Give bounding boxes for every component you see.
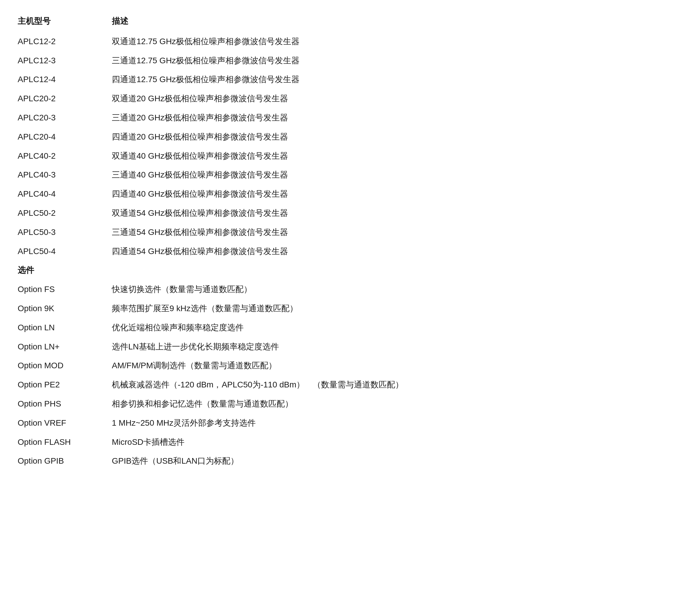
model-rows: APLC12-2双通道12.75 GHz极低相位噪声相参微波信号发生器APLC1…: [18, 32, 682, 261]
option-row: Option LN+选件LN基础上进一步优化长期频率稳定度选件: [18, 337, 682, 357]
option-desc-cell: 频率范围扩展至9 kHz选件（数量需与通道数匹配）: [112, 302, 682, 315]
table-row: APLC12-2双通道12.75 GHz极低相位噪声相参微波信号发生器: [18, 32, 682, 51]
option-row: Option LN优化近端相位噪声和频率稳定度选件: [18, 318, 682, 337]
table-header: 主机型号 描述: [18, 12, 682, 31]
table-row: APLC12-4四通道12.75 GHz极低相位噪声相参微波信号发生器: [18, 70, 682, 89]
section-label-cell: 选件: [18, 264, 112, 277]
desc-cell: 四通道54 GHz极低相位噪声相参微波信号发生器: [112, 245, 682, 258]
option-model-cell: Option PHS: [18, 398, 112, 411]
desc-cell: 四通道20 GHz极低相位噪声相参微波信号发生器: [112, 130, 682, 144]
table-row: APLC50-3三通道54 GHz极低相位噪声相参微波信号发生器: [18, 223, 682, 242]
desc-cell: 四通道40 GHz极低相位噪声相参微波信号发生器: [112, 188, 682, 201]
table-row: APLC40-2双通道40 GHz极低相位噪声相参微波信号发生器: [18, 147, 682, 166]
desc-cell: 三通道20 GHz极低相位噪声相参微波信号发生器: [112, 111, 682, 124]
table-row: APLC20-3三通道20 GHz极低相位噪声相参微波信号发生器: [18, 108, 682, 127]
option-desc-cell: AM/FM/PM调制选件（数量需与通道数匹配）: [112, 359, 682, 373]
option-model-cell: Option VREF: [18, 416, 112, 430]
model-cell: APLC12-4: [18, 73, 112, 86]
option-model-cell: Option 9K: [18, 302, 112, 315]
option-model-cell: Option FLASH: [18, 436, 112, 449]
option-desc-cell: 快速切换选件（数量需与通道数匹配）: [112, 283, 682, 296]
option-model-cell: Option LN: [18, 321, 112, 334]
desc-cell: 三通道12.75 GHz极低相位噪声相参微波信号发生器: [112, 54, 682, 67]
option-model-cell: Option LN+: [18, 340, 112, 354]
option-row: Option MODAM/FM/PM调制选件（数量需与通道数匹配）: [18, 356, 682, 375]
option-row: Option FLASHMicroSD卡插槽选件: [18, 433, 682, 452]
model-cell: APLC50-2: [18, 207, 112, 220]
model-cell: APLC40-2: [18, 149, 112, 163]
option-desc-cell: 优化近端相位噪声和频率稳定度选件: [112, 321, 682, 334]
option-row: Option GPIBGPIB选件（USB和LAN口为标配）: [18, 452, 682, 471]
option-desc-cell: GPIB选件（USB和LAN口为标配）: [112, 455, 682, 468]
option-model-cell: Option GPIB: [18, 455, 112, 468]
desc-cell: 双通道12.75 GHz极低相位噪声相参微波信号发生器: [112, 35, 682, 48]
model-cell: APLC50-4: [18, 245, 112, 258]
option-row: Option PE2机械衰减器选件（-120 dBm，APLC50为-110 d…: [18, 375, 682, 395]
model-cell: APLC12-3: [18, 54, 112, 67]
table-row: APLC20-2双通道20 GHz极低相位噪声相参微波信号发生器: [18, 89, 682, 108]
section-label-row: 选件: [18, 261, 682, 280]
table-row: APLC50-2双通道54 GHz极低相位噪声相参微波信号发生器: [18, 204, 682, 223]
option-model-cell: Option FS: [18, 283, 112, 296]
option-desc-cell: 选件LN基础上进一步优化长期频率稳定度选件: [112, 340, 682, 354]
model-cell: APLC12-2: [18, 35, 112, 48]
desc-cell: 双通道40 GHz极低相位噪声相参微波信号发生器: [112, 149, 682, 163]
option-desc-cell: MicroSD卡插槽选件: [112, 436, 682, 449]
header-model: 主机型号: [18, 15, 112, 28]
model-cell: APLC20-3: [18, 111, 112, 124]
option-row: Option 9K频率范围扩展至9 kHz选件（数量需与通道数匹配）: [18, 299, 682, 318]
main-table: 主机型号 描述 APLC12-2双通道12.75 GHz极低相位噪声相参微波信号…: [18, 12, 682, 471]
header-desc: 描述: [112, 15, 682, 28]
model-cell: APLC50-3: [18, 226, 112, 239]
table-row: APLC40-3三通道40 GHz极低相位噪声相参微波信号发生器: [18, 165, 682, 185]
desc-cell: 三通道40 GHz极低相位噪声相参微波信号发生器: [112, 168, 682, 182]
model-cell: APLC40-4: [18, 188, 112, 201]
option-model-cell: Option PE2: [18, 378, 112, 391]
desc-cell: 双通道20 GHz极低相位噪声相参微波信号发生器: [112, 92, 682, 105]
model-cell: APLC40-3: [18, 168, 112, 182]
option-desc-cell: 相参切换和相参记忆选件（数量需与通道数匹配）: [112, 398, 682, 411]
option-model-cell: Option MOD: [18, 359, 112, 373]
option-row: Option PHS相参切换和相参记忆选件（数量需与通道数匹配）: [18, 395, 682, 413]
table-row: APLC12-3三通道12.75 GHz极低相位噪声相参微波信号发生器: [18, 51, 682, 70]
option-desc-cell: 1 MHz~250 MHz灵活外部参考支持选件: [112, 416, 682, 430]
desc-cell: 双通道54 GHz极低相位噪声相参微波信号发生器: [112, 207, 682, 220]
table-row: APLC40-4四通道40 GHz极低相位噪声相参微波信号发生器: [18, 185, 682, 204]
model-cell: APLC20-4: [18, 130, 112, 144]
table-row: APLC20-4四通道20 GHz极低相位噪声相参微波信号发生器: [18, 127, 682, 147]
desc-cell: 四通道12.75 GHz极低相位噪声相参微波信号发生器: [112, 73, 682, 86]
option-desc-cell: 机械衰减器选件（-120 dBm，APLC50为-110 dBm） （数量需与通…: [112, 378, 682, 391]
table-row: APLC50-4四通道54 GHz极低相位噪声相参微波信号发生器: [18, 242, 682, 261]
model-cell: APLC20-2: [18, 92, 112, 105]
option-row: Option FS快速切换选件（数量需与通道数匹配）: [18, 280, 682, 299]
option-rows: Option FS快速切换选件（数量需与通道数匹配）Option 9K频率范围扩…: [18, 280, 682, 471]
option-row: Option VREF1 MHz~250 MHz灵活外部参考支持选件: [18, 413, 682, 433]
desc-cell: 三通道54 GHz极低相位噪声相参微波信号发生器: [112, 226, 682, 239]
